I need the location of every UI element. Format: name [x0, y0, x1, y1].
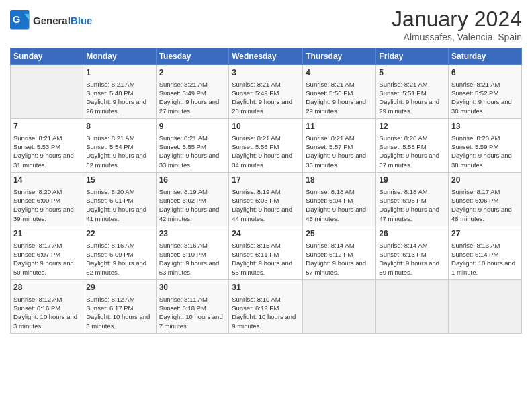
day-number: 4 — [306, 67, 373, 79]
day-number: 10 — [232, 121, 300, 132]
header-thursday: Thursday — [303, 48, 376, 65]
month-title: January 2024 — [392, 7, 522, 32]
day-info: Sunrise: 8:21 AMSunset: 5:55 PMDaylight:… — [159, 134, 226, 169]
header-wednesday: Wednesday — [229, 48, 303, 65]
calendar-cell: 21Sunrise: 8:17 AMSunset: 6:07 PMDayligh… — [11, 226, 83, 280]
day-number: 14 — [13, 175, 80, 186]
day-number: 25 — [306, 228, 373, 240]
calendar-cell: 30Sunrise: 8:11 AMSunset: 6:18 PMDayligh… — [156, 280, 229, 334]
calendar-cell: 24Sunrise: 8:15 AMSunset: 6:11 PMDayligh… — [229, 226, 303, 280]
day-info: Sunrise: 8:21 AMSunset: 5:51 PMDaylight:… — [379, 80, 445, 116]
day-info: Sunrise: 8:12 AMSunset: 6:16 PMDaylight:… — [13, 295, 80, 330]
calendar-cell: 12Sunrise: 8:20 AMSunset: 5:58 PMDayligh… — [376, 119, 449, 173]
calendar-cell: 22Sunrise: 8:16 AMSunset: 6:09 PMDayligh… — [83, 226, 156, 280]
day-number: 22 — [86, 228, 152, 240]
day-info: Sunrise: 8:14 AMSunset: 6:12 PMDaylight:… — [306, 241, 373, 277]
header-sunday: Sunday — [11, 48, 83, 65]
svg-text:G: G — [13, 13, 21, 25]
calendar-cell: 28Sunrise: 8:12 AMSunset: 6:16 PMDayligh… — [11, 280, 83, 334]
day-info: Sunrise: 8:16 AMSunset: 6:10 PMDaylight:… — [159, 241, 226, 277]
calendar-cell: 10Sunrise: 8:21 AMSunset: 5:56 PMDayligh… — [229, 119, 303, 173]
calendar-week-row: 14Sunrise: 8:20 AMSunset: 6:00 PMDayligh… — [11, 173, 522, 226]
day-number: 24 — [232, 228, 300, 240]
day-info: Sunrise: 8:21 AMSunset: 5:52 PMDaylight:… — [451, 80, 519, 116]
calendar-cell: 3Sunrise: 8:21 AMSunset: 5:49 PMDaylight… — [229, 65, 303, 119]
day-number: 31 — [232, 282, 300, 293]
day-number: 15 — [86, 175, 152, 186]
day-number: 26 — [379, 228, 445, 240]
day-info: Sunrise: 8:21 AMSunset: 5:53 PMDaylight:… — [13, 134, 80, 169]
day-number: 16 — [159, 175, 226, 186]
day-number: 6 — [451, 67, 519, 79]
calendar-cell: 9Sunrise: 8:21 AMSunset: 5:55 PMDaylight… — [156, 119, 229, 173]
day-info: Sunrise: 8:20 AMSunset: 6:00 PMDaylight:… — [13, 187, 80, 223]
header-monday: Monday — [83, 48, 156, 65]
day-number: 19 — [379, 175, 445, 186]
day-info: Sunrise: 8:14 AMSunset: 6:13 PMDaylight:… — [379, 241, 445, 277]
day-info: Sunrise: 8:21 AMSunset: 5:49 PMDaylight:… — [232, 80, 300, 116]
day-info: Sunrise: 8:20 AMSunset: 5:59 PMDaylight:… — [451, 134, 519, 169]
calendar-cell: 2Sunrise: 8:21 AMSunset: 5:49 PMDaylight… — [156, 65, 229, 119]
day-number: 8 — [86, 121, 152, 132]
day-number: 27 — [451, 228, 519, 240]
day-info: Sunrise: 8:20 AMSunset: 5:58 PMDaylight:… — [379, 134, 445, 169]
calendar-cell: 7Sunrise: 8:21 AMSunset: 5:53 PMDaylight… — [11, 119, 83, 173]
calendar-header-row: Sunday Monday Tuesday Wednesday Thursday… — [11, 48, 522, 65]
day-info: Sunrise: 8:21 AMSunset: 5:50 PMDaylight:… — [306, 80, 373, 116]
day-info: Sunrise: 8:13 AMSunset: 6:14 PMDaylight:… — [451, 241, 519, 277]
calendar-cell: 20Sunrise: 8:17 AMSunset: 6:06 PMDayligh… — [449, 173, 522, 226]
day-info: Sunrise: 8:16 AMSunset: 6:09 PMDaylight:… — [86, 241, 152, 277]
day-number: 29 — [86, 282, 152, 293]
calendar-cell: 4Sunrise: 8:21 AMSunset: 5:50 PMDaylight… — [303, 65, 376, 119]
calendar-cell: 16Sunrise: 8:19 AMSunset: 6:02 PMDayligh… — [156, 173, 229, 226]
calendar-container: G GeneralBlue January 2024 Almussafes, V… — [0, 0, 532, 340]
title-block: January 2024 Almussafes, Valencia, Spain — [392, 7, 522, 42]
calendar-cell: 1Sunrise: 8:21 AMSunset: 5:48 PMDaylight… — [83, 65, 156, 119]
day-info: Sunrise: 8:18 AMSunset: 6:05 PMDaylight:… — [379, 187, 445, 223]
calendar-cell: 29Sunrise: 8:12 AMSunset: 6:17 PMDayligh… — [83, 280, 156, 334]
calendar-cell — [303, 280, 376, 334]
day-number: 7 — [13, 121, 80, 132]
logo: G GeneralBlue — [10, 10, 92, 30]
day-info: Sunrise: 8:21 AMSunset: 5:56 PMDaylight:… — [232, 134, 300, 169]
day-number: 20 — [451, 175, 519, 186]
header-saturday: Saturday — [449, 48, 522, 65]
day-info: Sunrise: 8:21 AMSunset: 5:48 PMDaylight:… — [86, 80, 152, 116]
calendar-cell: 15Sunrise: 8:20 AMSunset: 6:01 PMDayligh… — [83, 173, 156, 226]
day-number: 1 — [86, 67, 152, 79]
header-friday: Friday — [376, 48, 449, 65]
day-number: 23 — [159, 228, 226, 240]
day-number: 5 — [379, 67, 445, 79]
day-info: Sunrise: 8:10 AMSunset: 6:19 PMDaylight:… — [232, 295, 300, 330]
day-number: 21 — [13, 228, 80, 240]
calendar-cell: 26Sunrise: 8:14 AMSunset: 6:13 PMDayligh… — [376, 226, 449, 280]
day-number: 13 — [451, 121, 519, 132]
day-number: 28 — [13, 282, 80, 293]
day-number: 2 — [159, 67, 226, 79]
day-info: Sunrise: 8:15 AMSunset: 6:11 PMDaylight:… — [232, 241, 300, 277]
calendar-cell: 14Sunrise: 8:20 AMSunset: 6:00 PMDayligh… — [11, 173, 83, 226]
calendar-cell: 17Sunrise: 8:19 AMSunset: 6:03 PMDayligh… — [229, 173, 303, 226]
day-info: Sunrise: 8:12 AMSunset: 6:17 PMDaylight:… — [86, 295, 152, 330]
day-number: 9 — [159, 121, 226, 132]
logo-icon: G — [10, 10, 30, 30]
day-number: 18 — [306, 175, 373, 186]
calendar-cell — [11, 65, 83, 119]
day-info: Sunrise: 8:21 AMSunset: 5:49 PMDaylight:… — [159, 80, 226, 116]
calendar-header: G GeneralBlue January 2024 Almussafes, V… — [10, 7, 522, 42]
day-info: Sunrise: 8:20 AMSunset: 6:01 PMDaylight:… — [86, 187, 152, 223]
day-info: Sunrise: 8:18 AMSunset: 6:04 PMDaylight:… — [306, 187, 373, 223]
calendar-week-row: 7Sunrise: 8:21 AMSunset: 5:53 PMDaylight… — [11, 119, 522, 173]
calendar-cell — [376, 280, 449, 334]
calendar-cell: 27Sunrise: 8:13 AMSunset: 6:14 PMDayligh… — [449, 226, 522, 280]
day-number: 11 — [306, 121, 373, 132]
calendar-table: Sunday Monday Tuesday Wednesday Thursday… — [10, 48, 522, 334]
calendar-cell: 11Sunrise: 8:21 AMSunset: 5:57 PMDayligh… — [303, 119, 376, 173]
day-info: Sunrise: 8:19 AMSunset: 6:03 PMDaylight:… — [232, 187, 300, 223]
calendar-cell: 5Sunrise: 8:21 AMSunset: 5:51 PMDaylight… — [376, 65, 449, 119]
calendar-cell: 18Sunrise: 8:18 AMSunset: 6:04 PMDayligh… — [303, 173, 376, 226]
header-tuesday: Tuesday — [156, 48, 229, 65]
calendar-week-row: 1Sunrise: 8:21 AMSunset: 5:48 PMDaylight… — [11, 65, 522, 119]
calendar-cell: 23Sunrise: 8:16 AMSunset: 6:10 PMDayligh… — [156, 226, 229, 280]
day-info: Sunrise: 8:21 AMSunset: 5:57 PMDaylight:… — [306, 134, 373, 169]
